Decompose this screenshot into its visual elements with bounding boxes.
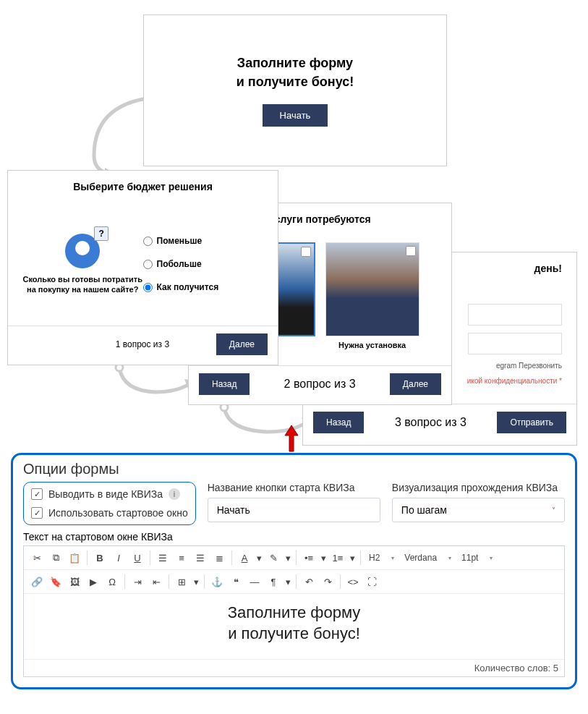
outdent-icon[interactable]: ⇤ xyxy=(148,573,165,590)
budget-title: Выберите бюджет решения xyxy=(8,171,278,203)
chevron-down-icon: ˅ xyxy=(552,506,555,514)
align-left-icon[interactable]: ☰ xyxy=(154,549,171,566)
radio-option-less[interactable]: Поменьше xyxy=(143,236,264,246)
number-dropdown-icon[interactable]: ▾ xyxy=(348,549,357,566)
flow-arrow-2 xyxy=(112,362,199,401)
word-count: Количество слов: 5 xyxy=(24,659,564,676)
checkbox-start-window[interactable]: ✓ Использовать стартовое окно xyxy=(31,507,188,519)
step-indicator: 2 вопрос из 3 xyxy=(284,378,356,391)
redo-icon[interactable]: ↷ xyxy=(319,573,336,590)
bullet-list-icon[interactable]: •≡ xyxy=(300,549,318,566)
info-icon[interactable]: i xyxy=(169,488,180,500)
image-option-label: Нужна установка xyxy=(338,341,406,349)
quiz-flow-diagram: Заполните форму и получите бонус! Начать… xyxy=(0,0,588,449)
font-select[interactable]: Verdana▾ xyxy=(400,549,456,566)
avatar-icon: ? xyxy=(65,234,100,268)
checkbox-icon: ✓ xyxy=(31,507,43,519)
privacy-policy-link[interactable]: икой конфиденциальности * xyxy=(467,377,562,385)
checkbox-icon: ✓ xyxy=(31,488,43,500)
submit-button[interactable]: Отправить xyxy=(497,412,566,433)
next-button[interactable]: Далее xyxy=(390,373,441,395)
undo-icon[interactable]: ↶ xyxy=(300,573,318,590)
editor-label: Текст на стартовом окне КВИЗа xyxy=(23,531,565,543)
symbol-dropdown-icon[interactable]: ▾ xyxy=(284,573,292,590)
fullscreen-icon[interactable]: ⛶ xyxy=(363,573,380,590)
budget-desc: Сколько вы готовы потратить на покупку н… xyxy=(22,274,143,295)
video-icon[interactable]: ▶ xyxy=(85,573,102,590)
text-color-dropdown-icon[interactable]: ▾ xyxy=(255,549,263,566)
radio-option-any[interactable]: Как получится xyxy=(143,282,264,292)
number-list-icon[interactable]: 1≡ xyxy=(329,549,346,566)
image-icon[interactable]: 🖼 xyxy=(66,573,83,590)
code-icon[interactable]: <> xyxy=(344,573,362,590)
form-options-panel: Опции формы ✓ Выводить в виде КВИЗа i ✓ … xyxy=(11,453,577,689)
contact-method-options[interactable]: egram Перезвонить xyxy=(496,362,562,370)
back-button[interactable]: Назад xyxy=(199,373,250,395)
text-color-icon[interactable]: A xyxy=(236,549,253,566)
anchor-icon[interactable]: ⚓ xyxy=(208,573,226,590)
contact-input-1[interactable] xyxy=(468,304,562,326)
heading-select[interactable]: H2▾ xyxy=(365,549,399,566)
bullet-dropdown-icon[interactable]: ▾ xyxy=(319,549,328,566)
step-indicator: 3 вопрос из 3 xyxy=(395,416,466,429)
panel-title: Опции формы xyxy=(23,461,565,477)
visualization-select[interactable]: По шагам ˅ xyxy=(392,498,565,522)
copy-icon[interactable]: ⧉ xyxy=(47,549,64,566)
editor-content[interactable]: Заполните форму и получите бонус! xyxy=(24,594,564,659)
start-button-name-label: Название кнопки старта КВИЗа xyxy=(208,482,380,493)
fontsize-select[interactable]: 11pt▾ xyxy=(457,549,497,566)
quiz-card-budget: Выберите бюджет решения ? Сколько вы гот… xyxy=(7,170,278,365)
editor-toolbar-row-2: 🔗 🔖 🖼 ▶ Ω ⇥ ⇤ ⊞▾ ⚓ ❝ — ¶▾ ↶ ↷ <> ⛶ xyxy=(24,570,564,594)
highlight-icon[interactable]: ✎ xyxy=(265,549,282,566)
visualization-label: Визуализация прохождения КВИЗа xyxy=(392,482,565,493)
bookmark-icon[interactable]: 🔖 xyxy=(47,573,64,590)
radio-option-more[interactable]: Побольше xyxy=(143,259,264,269)
bold-icon[interactable]: B xyxy=(91,549,108,566)
omega-icon[interactable]: Ω xyxy=(103,573,121,590)
link-icon[interactable]: 🔗 xyxy=(28,573,46,590)
contact-input-2[interactable] xyxy=(468,333,562,354)
quiz-card-start: Заполните форму и получите бонус! Начать xyxy=(143,14,447,166)
paste-icon[interactable]: 📋 xyxy=(66,549,83,566)
back-button[interactable]: Назад xyxy=(313,412,364,433)
quiz-mode-options: ✓ Выводить в виде КВИЗа i ✓ Использовать… xyxy=(23,482,196,525)
table-dropdown-icon[interactable]: ▾ xyxy=(192,573,200,590)
red-arrow-up-icon xyxy=(284,424,299,453)
indent-icon[interactable]: ⇥ xyxy=(129,573,146,590)
start-button-name-input[interactable] xyxy=(208,498,380,522)
cut-icon[interactable]: ✂ xyxy=(28,549,46,566)
symbol-icon[interactable]: ¶ xyxy=(265,573,282,590)
hr-icon[interactable]: — xyxy=(246,573,263,590)
checkbox-quiz-mode[interactable]: ✓ Выводить в виде КВИЗа i xyxy=(31,488,188,500)
underline-icon[interactable]: U xyxy=(129,549,146,566)
align-center-icon[interactable]: ≡ xyxy=(173,549,190,566)
step-indicator: 1 вопрос из 3 xyxy=(69,339,216,349)
editor-toolbar-row-1: ✂ ⧉ 📋 B I U ☰ ≡ ☰ ≣ A▾ ✎▾ •≡▾ 1≡▾ H2▾ Ve… xyxy=(24,546,564,570)
align-right-icon[interactable]: ☰ xyxy=(192,549,209,566)
italic-icon[interactable]: I xyxy=(110,549,127,566)
start-title: Заполните форму и получите бонус! xyxy=(237,54,354,90)
table-icon[interactable]: ⊞ xyxy=(173,573,190,590)
highlight-dropdown-icon[interactable]: ▾ xyxy=(284,549,292,566)
start-button[interactable]: Начать xyxy=(263,104,328,127)
quote-icon[interactable]: ❝ xyxy=(227,573,244,590)
next-button[interactable]: Далее xyxy=(216,333,268,355)
rich-text-editor: ✂ ⧉ 📋 B I U ☰ ≡ ☰ ≣ A▾ ✎▾ •≡▾ 1≡▾ H2▾ Ve… xyxy=(23,545,565,677)
align-justify-icon[interactable]: ≣ xyxy=(210,549,228,566)
image-option-install[interactable]: Нужна установка xyxy=(325,242,419,358)
